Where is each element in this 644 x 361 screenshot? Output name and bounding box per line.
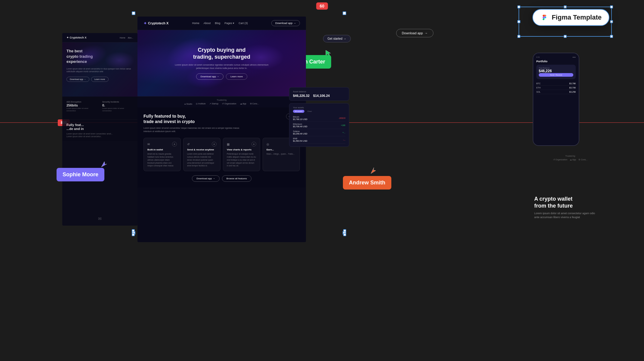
filter-chart[interactable]: Chart	[306, 110, 314, 113]
filter-all[interactable]: All assets	[293, 110, 304, 113]
left-hero-buttons: Download app → Learn more	[66, 77, 133, 82]
trusted-institute: ◎ Institute	[196, 103, 205, 105]
phone-assets-list: BTC $3,786 ETH $3,706 SOL $3,258	[536, 82, 576, 94]
figma-badge-text: Figma Template	[552, 14, 602, 21]
header-download-label: Download app	[402, 31, 423, 35]
nav-links: Home About Blog Pages ▾ Cart (3)	[192, 22, 248, 25]
right-org: ↺ Organization	[553, 159, 568, 161]
left-learn-btn[interactable]: Learn more	[91, 77, 109, 82]
site-nav: ✦ Cryptotech X Home About Blog Pages ▾ C…	[137, 17, 306, 30]
logo-icon: ✦	[143, 21, 147, 26]
phone-action-btn[interactable]: Send / Receive	[539, 73, 573, 77]
feature-plus1[interactable]: +	[172, 142, 177, 147]
balance-label: Asset balance	[293, 91, 345, 93]
feature-desc3: Pellentesque sit volutpat morbi mattis a…	[227, 153, 256, 167]
feature-desc1: Amet est eu mauris gravida habitant nunc…	[147, 153, 177, 167]
feature-card-send: ↺ + Send & receive anytime Lorem enim po…	[183, 138, 220, 171]
frame-number-badge: 60	[316, 2, 328, 10]
asset-filters: All assets Chart	[293, 110, 345, 113]
chart-icon: ▦	[227, 143, 230, 146]
selection-handle-tr	[610, 5, 613, 8]
right-partial-section: Trusted by ↺ Organization ☁ App ⚙ Cons..…	[540, 155, 600, 161]
phone-screen: 9:41 ●●● Portfolio Total Balance $46,226…	[533, 53, 579, 145]
asset-row-sol: Solana $3,258.46 USD +...	[293, 129, 345, 136]
bnb-change: -...	[343, 139, 345, 141]
site-hero: Crypto buying andtrading, supercharged L…	[137, 30, 306, 96]
feature-cards: ✉ + Built-in wallet Amet est eu mauris g…	[143, 138, 300, 171]
assets-card: Your assets All assets Chart Bitcoin $3,…	[289, 103, 349, 147]
canvas: 60 800 Figma Template John Carter	[0, 0, 644, 361]
phone-sol: SOL	[536, 91, 541, 93]
sophie-moore-badge: Sophie Moore	[57, 168, 104, 181]
get-started-button[interactable]: Get started →	[323, 35, 351, 42]
sol-change: +...	[343, 131, 345, 134]
corner-tl	[132, 11, 135, 15]
features-browse-btn[interactable]: Browse all features	[222, 175, 251, 182]
trusted-studio: ● Studio	[184, 103, 192, 105]
phone-title-row: Portfolio	[536, 60, 576, 63]
arrow-icon: →	[424, 31, 428, 35]
asset-row-eth: Ethereum $3,706.46 USD +106	[293, 122, 345, 129]
feature-title4: Earn...	[267, 148, 296, 151]
left-nav-home: Home	[120, 37, 125, 39]
stat-security: Security Incidents 0. Lorem ipsum dolor …	[102, 101, 133, 112]
btc-change: -1616.6	[339, 117, 345, 119]
phone-asset-eth: ETH $3,706	[536, 86, 576, 90]
feature-title1: Built-in wallet	[147, 148, 177, 151]
corner-tr	[343, 11, 346, 15]
hero-title: Crypto buying andtrading, supercharged	[193, 47, 250, 61]
hero-download-btn[interactable]: Download app →	[196, 73, 223, 80]
stat-security-label: Security Incidents	[102, 101, 133, 103]
feature-card-charts: ▦ + View charts & reports Pellentesque s…	[223, 138, 260, 171]
corner-bottom-l	[132, 233, 135, 236]
nav-download-btn[interactable]: Download app →	[271, 20, 300, 26]
left-orb1	[69, 42, 109, 71]
corner-bottom-r	[343, 233, 346, 236]
left-download-btn[interactable]: Download app →	[66, 77, 89, 82]
selection-handle-tm	[564, 5, 567, 8]
selection-handle-br	[610, 35, 613, 38]
right-trusted-label: Trusted by	[540, 155, 600, 157]
crypto-wallet-section: A crypto walletfrom the future Lorem ips…	[534, 196, 600, 220]
left-orb2	[104, 51, 134, 69]
header-download-button[interactable]: Download app →	[396, 29, 433, 37]
feature-desc2: Lorem enim porta sed eleifend cursus ult…	[187, 153, 217, 167]
left-feat-subtitle: ...de and in	[66, 127, 133, 131]
features-bottom-buttons: Download app → Browse all features	[143, 175, 300, 182]
assets-label: Your assets	[293, 106, 345, 109]
trusted-bar: Trusted by ● Studio ◎ Institute ↗ Startu…	[137, 96, 306, 107]
handle-mr-bottom	[343, 229, 346, 232]
wallet-icon: ✉	[147, 143, 150, 146]
logo-text: Cryptotech X	[148, 21, 168, 25]
cursor-andrew	[370, 167, 376, 175]
handle-ml-bottom	[132, 229, 135, 232]
left-hero: The bestcrypto tradingexperience Lorem i…	[62, 42, 137, 97]
features-title: Fully featured to buy,trade and invest i…	[143, 113, 195, 124]
feature-plus2[interactable]: +	[212, 142, 217, 147]
features-download-btn[interactable]: Download app →	[192, 175, 219, 182]
hero-learn-btn[interactable]: Learn more	[226, 73, 247, 80]
left-feat-desc: Lorem ipsum dolor sit amet lorem consect…	[66, 132, 133, 135]
stat-aes-desc: Lorem ipsum dolor sit amet consectetur.	[66, 107, 97, 112]
selection-handle-ml	[517, 20, 520, 23]
cursor-sophie-icon	[101, 161, 107, 168]
stat-security-desc: Lorem ipsum dolor sit amet consectetur.	[102, 107, 133, 112]
asset-row-bnb: BNB $1,563.54 USD -...	[293, 136, 345, 143]
stats-row: AES Encryption 256bits Lorem ipsum dolor…	[66, 101, 133, 112]
stat-aes-val: 256bits	[66, 103, 97, 107]
trusted-label: Trusted by	[143, 99, 300, 101]
andrew-smith-badge: Andrew Smith	[343, 176, 391, 190]
feature-title3: View charts & reports	[227, 148, 256, 151]
bnb-val: $1,563.54 USD	[293, 140, 307, 142]
feature-title2: Send & receive anytime	[187, 148, 217, 151]
features-desc: Lorem ipsum dolor sit amet consectetur n…	[143, 127, 246, 133]
nav-cart: Cart (3)	[239, 22, 248, 25]
feature-plus3[interactable]: +	[251, 142, 256, 147]
get-started-label: Get started →	[328, 37, 346, 40]
eth-val: $3,706.46 USD	[293, 125, 307, 128]
left-nav-abo: Abo...	[128, 37, 133, 39]
selection-handle-bm	[564, 35, 567, 38]
selection-handle-bl	[517, 35, 520, 38]
btc-val: $3,786.10 USD	[293, 118, 307, 120]
trusted-cons: ⚙ Cons...	[250, 103, 259, 105]
